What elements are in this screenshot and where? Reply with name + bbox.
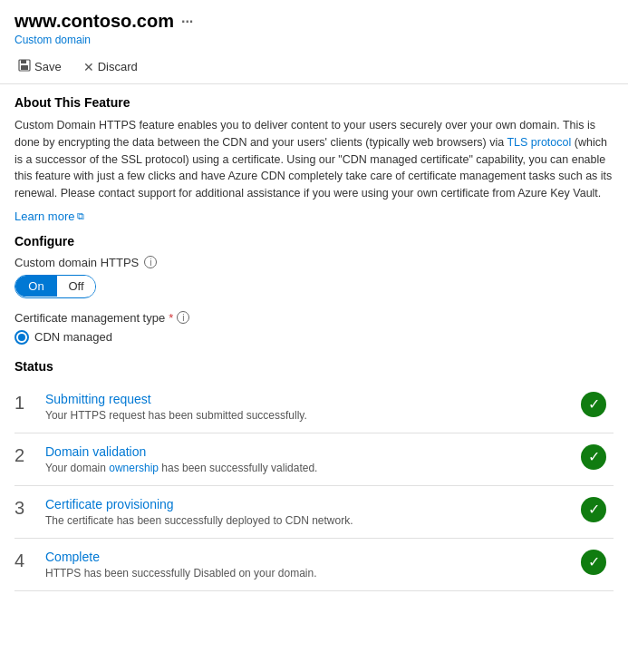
status-section: Status 1 Submitting request Your HTTPS r… [14,359,614,591]
status-number-4: 4 [14,550,40,571]
configure-section: Configure Custom domain HTTPS i On Off C… [14,234,614,345]
status-check-3: ✓ [581,497,606,522]
learn-more-text: Learn more [14,209,74,223]
about-section: About This Feature Custom Domain HTTPS f… [14,95,614,223]
check-circle-1: ✓ [581,392,606,417]
check-circle-2: ✓ [581,444,606,470]
page-header: www.contoso.com ··· Custom domain [0,0,628,46]
radio-circle [14,330,29,345]
title-text: www.contoso.com [14,11,174,32]
save-label: Save [34,60,62,73]
status-number-1: 1 [14,392,40,414]
https-toggle[interactable]: On Off [14,275,96,298]
status-item-4: 4 Complete HTTPS has been successfully D… [14,539,614,591]
status-desc-1: Your HTTPS request has been submitted su… [45,409,614,422]
https-field-label: Custom domain HTTPS i [14,256,614,269]
required-indicator: * [169,311,173,325]
status-step-title-4: Complete [45,550,614,564]
toggle-on-button[interactable]: On [15,276,57,297]
status-item-1: 1 Submitting request Your HTTPS request … [14,381,614,433]
discard-button[interactable]: ✕ Discard [80,58,141,76]
status-title: Status [14,359,614,374]
svg-rect-2 [21,65,28,70]
cdn-managed-option[interactable]: CDN managed [14,330,614,345]
discard-icon: ✕ [83,60,94,74]
status-content-4: Complete HTTPS has been successfully Dis… [45,550,614,579]
page-title: www.contoso.com ··· [14,11,614,32]
more-options-icon[interactable]: ··· [181,14,193,30]
toolbar: Save ✕ Discard [0,50,628,84]
status-desc-4: HTTPS has been successfully Disabled on … [45,567,614,579]
save-button[interactable]: Save [14,57,65,76]
status-desc-3: The certificate has been successfully de… [45,514,614,527]
ownership-link[interactable]: ownership [109,462,159,474]
cert-info-icon[interactable]: i [177,311,189,324]
status-content-3: Certificate provisioning The certificate… [45,497,614,527]
status-content-2: Domain validation Your domain ownership … [45,444,614,474]
status-desc-2: Your domain ownership has been successfu… [45,462,614,474]
svg-rect-1 [21,60,26,63]
configure-title: Configure [14,234,614,248]
https-label-text: Custom domain HTTPS [14,256,139,269]
check-circle-4: ✓ [581,550,606,575]
learn-more-link[interactable]: Learn more ⧉ [14,209,614,223]
discard-label: Discard [98,60,138,73]
toggle-off-button[interactable]: Off [57,276,95,297]
status-check-1: ✓ [581,392,606,417]
radio-inner [18,334,25,341]
about-title: About This Feature [14,95,614,110]
status-step-title-2: Domain validation [45,444,614,459]
external-link-icon: ⧉ [77,210,84,222]
status-content-1: Submitting request Your HTTPS request ha… [45,392,614,422]
status-item-3: 3 Certificate provisioning The certifica… [14,486,614,539]
status-number-2: 2 [14,444,40,466]
https-info-icon[interactable]: i [144,256,157,268]
cdn-managed-label: CDN managed [34,330,112,344]
status-item-2: 2 Domain validation Your domain ownershi… [14,433,614,486]
page-subtitle: Custom domain [14,34,614,46]
about-description: Custom Domain HTTPS feature enables you … [14,117,614,202]
save-icon [18,59,31,74]
status-number-3: 3 [14,497,40,519]
check-circle-3: ✓ [581,497,606,522]
cert-field-label: Certificate management type * i [14,311,614,325]
status-check-2: ✓ [581,444,606,470]
cert-section: Certificate management type * i CDN mana… [14,311,614,345]
cert-label-text: Certificate management type [14,311,165,325]
main-content: About This Feature Custom Domain HTTPS f… [0,84,628,602]
status-check-4: ✓ [581,550,606,575]
status-step-title-1: Submitting request [45,392,614,406]
status-step-title-3: Certificate provisioning [45,497,614,511]
tls-link[interactable]: TLS protocol [507,136,571,149]
